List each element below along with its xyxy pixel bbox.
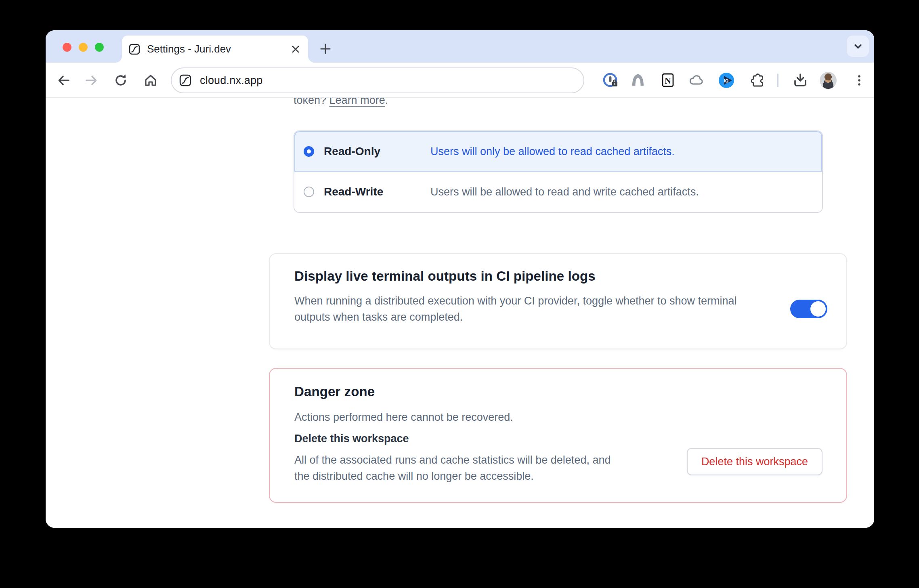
window-controls [63, 43, 104, 52]
tab-strip: Settings - Juri.dev [46, 30, 874, 63]
back-button[interactable] [55, 71, 72, 89]
terminal-outputs-card: Display live terminal outputs in CI pipe… [269, 253, 847, 349]
read-write-option-row[interactable]: Read-Write Users will be allowed to read… [294, 172, 822, 212]
read-only-label: Read-Only [324, 145, 380, 158]
terminal-card-description: When running a distributed execution wit… [294, 293, 787, 325]
profile-avatar[interactable] [820, 72, 837, 89]
token-help-text: token? Learn more. [294, 98, 388, 107]
extension-arch[interactable] [629, 71, 647, 89]
learn-more-link[interactable]: Learn more [329, 98, 385, 106]
read-only-option-row[interactable]: Read-Only Users will only be allowed to … [294, 131, 822, 172]
back-arrow-icon [55, 72, 71, 88]
close-window-button[interactable] [63, 43, 71, 52]
forward-arrow-icon [84, 72, 100, 88]
notion-icon: N [660, 72, 676, 88]
zoom-window-button[interactable] [95, 43, 104, 52]
read-write-radio[interactable] [304, 187, 314, 197]
delete-workspace-button[interactable]: Delete this workspace [687, 448, 822, 475]
terminal-description-line1: When running a distributed execution wit… [294, 293, 787, 309]
home-button[interactable] [142, 71, 159, 89]
nx-cloud-favicon [128, 43, 141, 55]
extension-notion[interactable]: N [659, 71, 677, 89]
tab-close-icon[interactable] [289, 42, 302, 56]
toolbar-separator [777, 74, 778, 87]
read-only-description: Users will only be allowed to read cache… [430, 145, 675, 158]
download-icon [792, 72, 809, 89]
terminal-description-line2: outputs when tasks are completed. [294, 309, 787, 325]
forward-button[interactable] [83, 71, 101, 89]
browser-window: Settings - Juri.dev [46, 30, 874, 528]
danger-zone-title: Danger zone [294, 384, 375, 399]
terminal-outputs-toggle[interactable] [790, 300, 827, 318]
read-only-radio[interactable] [304, 146, 314, 157]
delete-description-line1: All of the associated runs and cache sta… [294, 452, 658, 468]
new-tab-button[interactable] [317, 41, 334, 57]
iq-play-icon: IQ [718, 72, 734, 88]
extension-1password[interactable] [602, 71, 619, 89]
delete-description-line2: the distributed cache will no longer be … [294, 468, 658, 484]
extensions-menu-button[interactable] [749, 71, 767, 89]
reload-button[interactable] [112, 71, 130, 89]
svg-text:IQ: IQ [724, 78, 728, 83]
1password-icon [602, 72, 619, 89]
reload-icon [113, 72, 129, 88]
url-text: cloud.nx.app [200, 74, 263, 87]
kebab-menu-icon [851, 72, 867, 88]
delete-workspace-description: All of the associated runs and cache sta… [294, 452, 658, 484]
cloud-icon [688, 72, 705, 88]
token-text-suffix: . [385, 98, 388, 106]
page-content: token? Learn more. Read-Only Users will … [46, 98, 874, 528]
tab-title: Settings - Juri.dev [147, 43, 285, 55]
danger-zone-card: Danger zone Actions performed here canno… [269, 368, 847, 503]
home-icon [143, 72, 159, 88]
toggle-knob [810, 301, 826, 317]
browser-toolbar: cloud.nx.app N [46, 63, 874, 98]
minimize-window-button[interactable] [79, 43, 88, 52]
site-nx-icon [179, 74, 192, 87]
svg-text:N: N [665, 76, 671, 86]
token-text-prefix: token? [294, 98, 329, 106]
address-bar[interactable]: cloud.nx.app [171, 67, 584, 93]
extension-cloud[interactable] [688, 71, 705, 89]
extension-iq-player[interactable]: IQ [718, 71, 735, 89]
danger-zone-subtitle: Actions performed here cannot be recover… [294, 409, 513, 425]
active-tab[interactable]: Settings - Juri.dev [122, 36, 308, 63]
downloads-button[interactable] [791, 71, 809, 89]
tab-search-chevron-button[interactable] [847, 36, 869, 57]
browser-menu-button[interactable] [850, 71, 868, 89]
read-write-description: Users will be allowed to read and write … [430, 186, 699, 198]
delete-workspace-heading: Delete this workspace [294, 433, 409, 445]
read-write-label: Read-Write [324, 185, 383, 198]
arch-icon [630, 72, 646, 88]
access-level-radio-group: Read-Only Users will only be allowed to … [294, 130, 823, 213]
chevron-down-icon [852, 41, 864, 52]
terminal-card-title: Display live terminal outputs in CI pipe… [294, 269, 596, 284]
puzzle-icon [750, 72, 766, 88]
